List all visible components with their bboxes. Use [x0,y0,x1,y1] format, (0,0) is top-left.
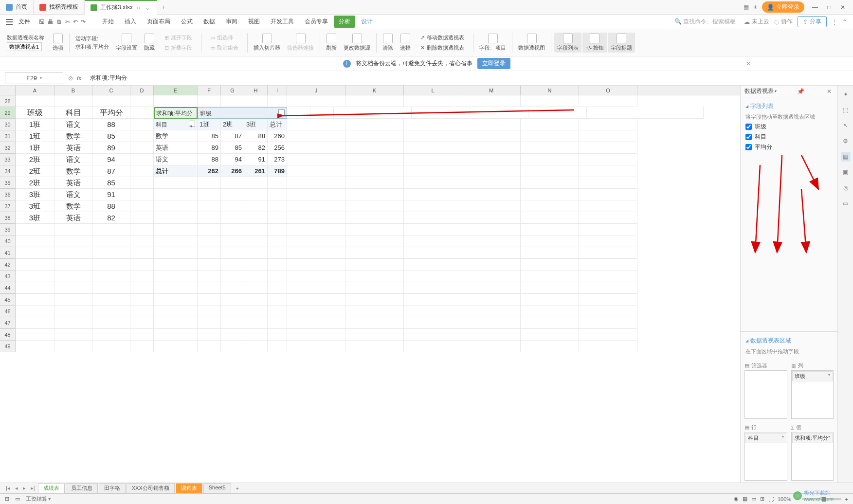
cell[interactable] [470,107,528,119]
source-cell[interactable]: 语文 [54,154,92,165]
layout-icon[interactable]: ▦ [743,496,747,502]
cell[interactable] [345,341,404,352]
cell[interactable] [244,259,268,270]
source-cell[interactable] [16,247,54,259]
cell[interactable] [198,200,221,212]
pivot-value[interactable]: 260 [268,130,287,142]
cell[interactable] [462,165,521,177]
pivot-row-label[interactable]: 英语 [154,142,198,154]
cell[interactable] [198,95,221,107]
value-zone[interactable]: 求和项:平均分▾ [791,432,834,481]
cell[interactable] [462,212,521,224]
cell[interactable] [521,119,579,130]
source-cell[interactable] [16,294,54,306]
field-item[interactable]: 科目 [745,132,833,142]
row-header[interactable]: 33 [0,154,16,165]
row-header[interactable]: 37 [0,200,16,212]
source-cell[interactable] [54,282,92,294]
menu-tab-分析[interactable]: 分析 [334,16,355,28]
menu-tab-开始[interactable]: 开始 [97,16,119,28]
menu-tab-视图[interactable]: 视图 [243,16,265,28]
cell[interactable] [198,189,221,200]
pivot-col-header[interactable]: 班级 [198,107,287,119]
source-cell[interactable] [92,294,130,306]
column-header[interactable]: O [579,86,637,95]
spreadsheet-grid[interactable]: ABCDEFGHIJKLMNO 2829班级科目平均分求和项:平均分班级301班… [0,86,740,483]
cell[interactable] [404,294,462,306]
source-cell[interactable] [16,282,54,294]
cell[interactable] [404,317,462,329]
cell[interactable] [521,224,579,235]
cell[interactable] [198,235,221,247]
column-header[interactable]: E [154,86,198,95]
source-cell[interactable] [16,270,54,282]
book-icon[interactable]: ▭ [15,496,20,502]
row-header[interactable]: 28 [0,95,16,107]
cell[interactable] [579,341,637,352]
source-cell[interactable]: 88 [92,119,130,130]
cell[interactable] [130,130,154,142]
cell[interactable] [521,329,579,341]
chevron-down-icon[interactable]: ⌄ [144,4,151,11]
source-cell[interactable] [92,329,130,341]
source-cell[interactable] [54,341,92,352]
source-cell[interactable] [92,270,130,282]
column-header[interactable]: C [92,86,130,95]
source-cell[interactable] [54,235,92,247]
cell[interactable] [130,247,154,259]
hide-button[interactable]: 隐藏 [141,33,158,53]
cell[interactable] [412,107,470,119]
cell[interactable] [462,142,521,154]
areas-title[interactable]: 数据透视表区域 [745,335,833,347]
zone-item[interactable]: 班级▾ [792,371,833,381]
cell[interactable] [462,130,521,142]
device-icon[interactable]: ▭ [841,198,851,208]
cell[interactable] [244,282,268,294]
cell[interactable] [521,247,579,259]
cell[interactable] [221,95,244,107]
dropdown-icon[interactable] [278,109,285,116]
add-sheet-button[interactable]: + [232,485,243,492]
field-settings-button[interactable]: 字段设置 [113,33,140,53]
cell[interactable] [244,235,268,247]
cell[interactable] [345,130,404,142]
cursor-icon[interactable]: ↖ [841,121,851,130]
cell[interactable] [268,306,287,317]
plusminus-button[interactable]: +/- 按钮 [582,33,607,53]
cell[interactable] [404,247,462,259]
cell[interactable] [287,224,345,235]
source-cell[interactable]: 数学 [54,200,92,212]
sun-icon[interactable]: ☀ [753,4,758,11]
cell[interactable] [521,154,579,165]
cell[interactable] [287,130,345,142]
cell[interactable] [345,119,404,130]
cell[interactable] [154,259,198,270]
cell[interactable] [154,247,198,259]
source-cell[interactable]: 1班 [16,119,54,130]
hamburger-icon[interactable] [6,19,13,25]
cell[interactable] [130,282,154,294]
pivot-value[interactable]: 88 [244,130,268,142]
chevron-up-icon[interactable]: ⌃ [842,18,847,25]
sheet-tab[interactable]: 课程表 [176,483,202,493]
cell[interactable] [345,247,404,259]
cell[interactable] [404,154,462,165]
column-header[interactable]: A [16,86,54,95]
row-header[interactable]: 39 [0,224,16,235]
menu-tab-数据[interactable]: 数据 [199,16,220,28]
cell[interactable] [154,270,198,282]
source-cell[interactable]: 2班 [16,154,54,165]
source-cell[interactable]: 班级 [16,107,54,119]
cell[interactable] [345,282,404,294]
cell[interactable] [198,259,221,270]
cell[interactable] [244,189,268,200]
cell[interactable] [268,341,287,352]
cell[interactable] [198,270,221,282]
more-icon[interactable]: ⋮ [832,18,837,25]
field-list-button[interactable]: 字段列表 [554,33,581,53]
pivot-value[interactable]: 85 [198,130,221,142]
source-cell[interactable]: 语文 [54,119,92,130]
command-search[interactable]: 🔍 查找命令、搜索模板 [671,16,739,27]
field-item[interactable]: 平均分 [745,142,833,152]
cell[interactable] [130,306,154,317]
